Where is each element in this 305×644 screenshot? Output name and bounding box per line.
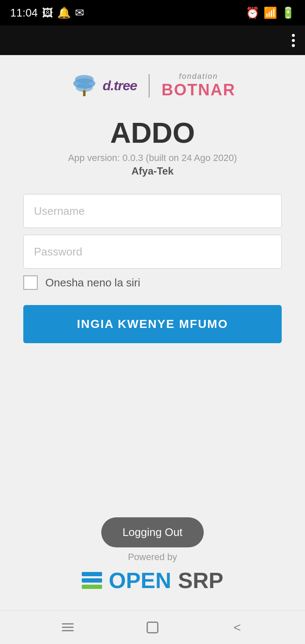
show-password-label: Onesha neno la siri xyxy=(45,276,140,289)
botnar-fondation-text: fondation xyxy=(179,72,218,81)
login-button[interactable]: INGIA KWENYE MFUMO xyxy=(23,305,282,343)
signal-icon: 📶 xyxy=(263,6,277,19)
opensrp-logo: OPENSRP xyxy=(82,568,223,593)
app-title: ADDO xyxy=(110,116,195,149)
bell-icon: 🔔 xyxy=(57,6,71,19)
nav-back-icon: < xyxy=(233,620,241,635)
opensrp-open-text: OPEN xyxy=(109,568,171,593)
logging-out-toast: Logging Out xyxy=(101,517,204,547)
opensrp-srp-text: SRP xyxy=(178,568,223,593)
app-version: App version: 0.0.3 (built on 24 Ago 2020… xyxy=(68,153,237,164)
overflow-menu-button[interactable] xyxy=(292,34,295,47)
bottom-section: Logging Out Powered by OPENSRP xyxy=(23,517,282,610)
logging-out-text: Logging Out xyxy=(122,526,183,539)
botnar-logo: fondation BOTNAR xyxy=(150,72,236,99)
password-input[interactable] xyxy=(23,235,282,269)
logo-section: d.tree fondation BOTNAR xyxy=(23,72,282,99)
app-name: Afya-Tek xyxy=(131,165,174,177)
botnar-text: BOTNAR xyxy=(161,81,236,99)
alarm-icon: ⏰ xyxy=(246,6,259,19)
main-content: d.tree fondation BOTNAR ADDO App version… xyxy=(0,55,305,610)
status-left: 11:04 🖼 🔔 ✉ xyxy=(10,6,84,19)
battery-icon: 🔋 xyxy=(281,6,295,19)
opensrp-icon xyxy=(82,572,102,589)
dtree-logo: d.tree xyxy=(69,74,150,97)
username-input[interactable] xyxy=(23,194,282,228)
top-bar xyxy=(0,25,305,55)
powered-by-text: Powered by xyxy=(128,552,177,563)
nav-menu-button[interactable] xyxy=(55,615,80,640)
nav-home-button[interactable] xyxy=(140,615,165,640)
nav-back-button[interactable]: < xyxy=(225,615,250,640)
svg-rect-3 xyxy=(83,90,86,96)
time-display: 11:04 xyxy=(10,6,38,19)
check-icon: ✉ xyxy=(75,6,84,19)
status-right: ⏰ 📶 🔋 xyxy=(246,6,295,19)
show-password-row: Onesha neno la siri xyxy=(23,275,282,290)
nav-menu-icon xyxy=(62,623,74,631)
image-icon: 🖼 xyxy=(42,6,53,19)
status-bar: 11:04 🖼 🔔 ✉ ⏰ 📶 🔋 xyxy=(0,0,305,25)
show-password-checkbox[interactable] xyxy=(23,275,38,290)
dtree-tree-svg xyxy=(69,74,99,97)
nav-home-icon xyxy=(147,622,158,633)
bottom-nav: < xyxy=(0,610,305,644)
dtree-text: d.tree xyxy=(103,78,137,94)
